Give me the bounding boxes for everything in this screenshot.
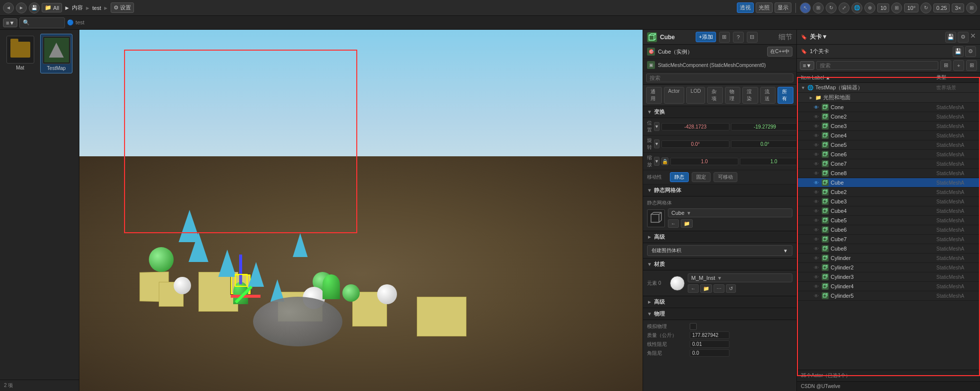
- actor-instance-row[interactable]: 🎯 Cube（实例） 在C++中: [643, 45, 796, 59]
- show-btn[interactable]: 显示: [775, 2, 791, 13]
- count-val-btn[interactable]: 3×: [952, 3, 964, 12]
- outliner-view-options-btn[interactable]: ⊞: [940, 60, 951, 71]
- mesh-dropdown-icon[interactable]: ▼: [686, 210, 691, 216]
- details-dock-icon[interactable]: ⊟: [747, 32, 758, 43]
- static-mesh-component-row[interactable]: ▣ StaticMeshComponent (StaticMeshCompone…: [643, 59, 796, 71]
- ol-item-cube5[interactable]: 👁Cube5StaticMeshA: [797, 216, 980, 225]
- angular-input[interactable]: [690, 349, 729, 357]
- content-item-mat[interactable]: Mat: [4, 34, 36, 73]
- lighting-btn[interactable]: 光照: [756, 2, 773, 13]
- content-item-testmap[interactable]: + TestMap: [40, 34, 72, 73]
- tab-all[interactable]: 所有: [778, 87, 793, 104]
- item-vis-cylinder4[interactable]: 👁: [813, 283, 820, 290]
- tab-rendering[interactable]: 渲染: [742, 87, 758, 104]
- forward-btn[interactable]: ►: [16, 2, 27, 13]
- mat-open-btn[interactable]: 📁: [700, 284, 712, 293]
- col-type-label[interactable]: 类型: [936, 74, 976, 81]
- settings-btn[interactable]: ⚙ 设置: [111, 2, 134, 13]
- bookmark-save-btn[interactable]: 💾: [953, 46, 964, 57]
- item-vis-cube3[interactable]: 👁: [813, 198, 820, 205]
- rotation-val-btn[interactable]: 10°: [904, 3, 918, 12]
- item-vis-cone3[interactable]: 👁: [813, 123, 820, 130]
- ol-item-cube3[interactable]: 👁Cube3StaticMeshA: [797, 197, 980, 206]
- ol-item-cube8[interactable]: 👁Cube8StaticMeshA: [797, 244, 980, 254]
- simulate-checkbox[interactable]: [690, 323, 697, 330]
- item-vis-cone5[interactable]: 👁: [813, 141, 820, 148]
- tab-streaming[interactable]: 流送: [760, 87, 776, 104]
- item-vis-cube[interactable]: 👁: [813, 179, 820, 186]
- mass-input[interactable]: [690, 331, 729, 339]
- bookmark-settings-btn[interactable]: ⚙: [965, 46, 976, 57]
- item-vis-cube4[interactable]: 👁: [813, 207, 820, 214]
- mat-dropdown-icon[interactable]: ▼: [717, 275, 722, 281]
- item-vis-cube7[interactable]: 👁: [813, 236, 820, 243]
- cpp-btn[interactable]: 在C++中: [767, 47, 792, 57]
- outliner-save-btn[interactable]: 💾: [945, 32, 956, 43]
- ol-item-cylinder2[interactable]: 👁Cylinder2StaticMeshA: [797, 263, 980, 272]
- rotation-y[interactable]: [731, 140, 796, 148]
- item-vis-cone8[interactable]: 👁: [813, 170, 820, 177]
- scale-val-btn[interactable]: 0.25: [933, 3, 950, 12]
- details-settings-icon[interactable]: ⊞: [719, 32, 730, 43]
- item-vis-cone7[interactable]: 👁: [813, 160, 820, 167]
- create-collision-dropdown[interactable]: 创建围挡体积 ▼: [647, 245, 792, 256]
- ol-item-cylinder5[interactable]: 👁Cylinder5StaticMeshA: [797, 291, 980, 301]
- col-item-label[interactable]: Item Label ▲: [801, 75, 934, 80]
- grid-value-btn[interactable]: 10: [877, 3, 889, 12]
- ol-item-cylinder3[interactable]: 👁Cylinder3StaticMeshA: [797, 272, 980, 282]
- ol-item-cube7[interactable]: 👁Cube7StaticMeshA: [797, 235, 980, 244]
- details-help-icon[interactable]: ?: [733, 32, 744, 43]
- tab-misc[interactable]: 杂项: [707, 87, 723, 104]
- position-y[interactable]: [731, 123, 796, 130]
- mobility-movable-btn[interactable]: 可移动: [714, 172, 737, 182]
- rotate-btn[interactable]: ↻: [826, 2, 837, 13]
- ol-item-cone2[interactable]: 👁Cone2StaticMeshA: [797, 112, 980, 122]
- static-mesh-section-header[interactable]: ▼ 静态网格体: [643, 185, 796, 196]
- item-vis-cylinder5[interactable]: 👁: [813, 292, 820, 299]
- ol-item-cube[interactable]: 👁CubeStaticMeshA: [797, 178, 980, 188]
- item-vis-cube2[interactable]: 👁: [813, 189, 820, 196]
- scale-dropdown[interactable]: ▼: [654, 157, 659, 166]
- ol-item-cube4[interactable]: 👁Cube4StaticMeshA: [797, 206, 980, 216]
- mesh-open-btn[interactable]: 📁: [681, 219, 693, 228]
- filter-btn[interactable]: ≡▼: [3, 18, 17, 27]
- tab-physics[interactable]: 物理: [725, 87, 741, 104]
- physics-section-header[interactable]: ▼ 物理: [643, 308, 796, 320]
- item-vis-cylinder[interactable]: 👁: [813, 255, 820, 261]
- back-btn[interactable]: ◄: [3, 2, 14, 13]
- item-vis-cone2[interactable]: 👁: [813, 113, 820, 120]
- ol-cat-lighting[interactable]: ► 📁 光照和地面: [797, 93, 980, 103]
- grid2-btn[interactable]: ⊞: [966, 2, 977, 13]
- transform-icon-btn[interactable]: ↖: [800, 2, 811, 13]
- scale-btn[interactable]: ⤢: [839, 2, 849, 13]
- mesh-browse-btn[interactable]: ←: [668, 219, 679, 228]
- item-vis-cube6[interactable]: 👁: [813, 226, 820, 233]
- mobility-static-btn[interactable]: 静态: [670, 172, 689, 182]
- world-btn[interactable]: 🌐: [851, 2, 862, 13]
- browse-all-btn[interactable]: 📁 All: [42, 3, 62, 12]
- ol-item-cone8[interactable]: 👁Cone8StaticMeshA: [797, 169, 980, 178]
- ol-item-cylinder4[interactable]: 👁Cylinder4StaticMeshA: [797, 282, 980, 291]
- outliner-close-btn[interactable]: ✕: [970, 32, 976, 43]
- tab-lod[interactable]: LOD: [686, 87, 706, 104]
- item-vis-cylinder3[interactable]: 👁: [813, 273, 820, 280]
- mobility-fixed-btn[interactable]: 固定: [692, 172, 711, 182]
- ol-item-cylinder[interactable]: 👁CylinderStaticMeshA: [797, 254, 980, 263]
- outliner-grid-btn[interactable]: ⊞: [966, 60, 977, 71]
- tab-actor[interactable]: Actor: [664, 87, 684, 104]
- surface-btn[interactable]: ⊕: [864, 2, 875, 13]
- scale-x[interactable]: [670, 158, 738, 165]
- transform-section-header[interactable]: ▼ 变换: [643, 106, 796, 118]
- ol-item-cone[interactable]: 👁ConeStaticMeshA: [797, 103, 980, 112]
- details-close-btn[interactable]: 细节: [779, 33, 792, 42]
- add-component-btn[interactable]: +添加: [696, 32, 716, 42]
- materials-section-header[interactable]: ▼ 材质: [643, 259, 796, 270]
- ol-item-cube6[interactable]: 👁Cube6StaticMeshA: [797, 225, 980, 235]
- outliner-add-btn[interactable]: +: [953, 60, 964, 71]
- damping-input[interactable]: [690, 340, 729, 348]
- mat-advanced-header[interactable]: ► 高级: [643, 296, 796, 308]
- outliner-settings-btn[interactable]: ⚙: [958, 32, 969, 43]
- rotation-dropdown[interactable]: ▼: [654, 139, 659, 148]
- rotation-icon-btn[interactable]: ↻: [920, 2, 931, 13]
- snap-btn[interactable]: ⊞: [813, 2, 824, 13]
